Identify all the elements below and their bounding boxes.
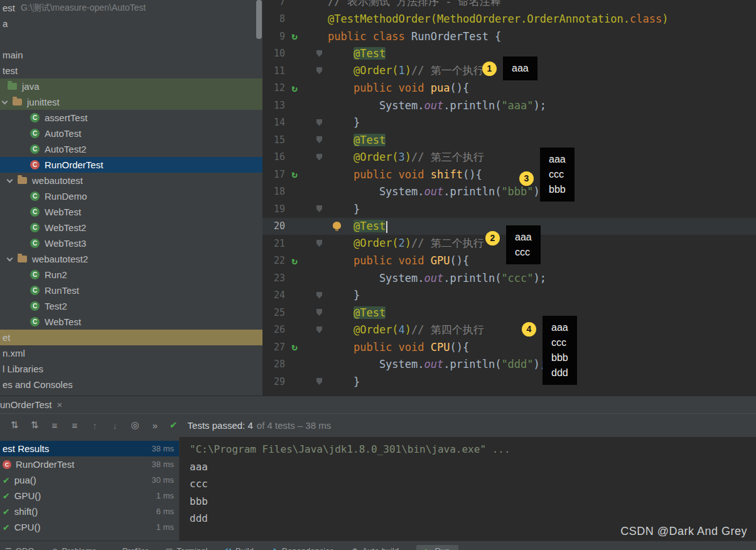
tree-item[interactable]: CassertTest [0, 110, 262, 126]
run-test-icon[interactable]: ↻ [285, 82, 304, 94]
sort-by-order-icon[interactable]: ⇅ [9, 419, 20, 431]
fold-marker-icon[interactable] [316, 205, 322, 212]
chevron-down-icon[interactable] [7, 255, 13, 261]
code-line-14[interactable]: 14 } [262, 114, 756, 132]
chevron-down-icon[interactable] [7, 176, 13, 183]
fold-marker-icon[interactable] [316, 136, 322, 143]
test-passed-icon: ✔ [3, 507, 10, 517]
test-result-row[interactable]: ✔CPU()1 ms [0, 519, 179, 535]
test-result-row[interactable]: ✔pua()30 ms [0, 472, 179, 488]
next-failed-icon[interactable]: ↓ [109, 420, 121, 431]
statusbar-item-run[interactable]: ▶Run [416, 545, 458, 550]
statusbar-item-todo[interactable]: ☰ODO [5, 545, 34, 550]
tree-item[interactable]: webautotest [0, 173, 262, 188]
tree-item[interactable]: CAutoTest [0, 126, 262, 141]
folder-green-icon [8, 83, 17, 90]
statusbar-item-profiler[interactable]: ◔Profiler [114, 545, 148, 550]
code-line-26[interactable]: 26 @Order(4)// 第四个执行 [262, 321, 756, 339]
fold-marker-icon[interactable] [316, 292, 322, 299]
code-line-29[interactable]: 29 } [262, 373, 756, 391]
code-line-8[interactable]: 8@TestMethodOrder(MethodOrderer.OrderAnn… [262, 11, 756, 28]
code-line-25[interactable]: 25 @Test [262, 304, 756, 321]
tree-item[interactable]: l Libraries [0, 361, 262, 377]
run-test-icon[interactable]: ↻ [285, 341, 304, 353]
sort-by-duration-icon[interactable]: ⇅ [29, 419, 40, 431]
fold-marker-icon[interactable] [316, 378, 322, 385]
test-history-icon[interactable]: ◎ [129, 419, 141, 431]
tree-item[interactable]: CWebTest3 [0, 235, 262, 251]
code-line-19[interactable]: 19 } [262, 200, 756, 218]
statusbar-item-build[interactable]: ⚒Build [225, 545, 254, 550]
statusbar-item-terminal[interactable]: ▣Terminal [166, 545, 207, 550]
tree-item[interactable]: CRunTest [0, 283, 262, 298]
fold-marker-icon[interactable] [316, 67, 322, 74]
code-line-20[interactable]: 20 @Test [262, 218, 756, 235]
run-test-icon[interactable]: ↻ [285, 255, 304, 267]
statusbar-item-problems[interactable]: ⊘Problems [51, 545, 96, 550]
code-line-18[interactable]: 18 System.out.println("bbb"); [262, 183, 756, 201]
fold-marker-icon[interactable] [316, 119, 322, 126]
code-line-10[interactable]: 10 @Test [262, 45, 756, 63]
tree-item[interactable]: a [0, 16, 262, 31]
code-line-23[interactable]: 23 System.out.println("ccc"); [262, 269, 756, 287]
fold-marker-icon[interactable] [316, 309, 322, 316]
run-test-icon[interactable]: ↻ [285, 168, 304, 180]
chevron-down-icon[interactable] [2, 98, 8, 104]
code-line-27[interactable]: 27↻ public void CPU(){ [262, 338, 756, 356]
tree-item[interactable]: n.xml [0, 345, 262, 361]
test-result-row[interactable]: est Results38 ms [0, 441, 179, 456]
test-passed-icon: ✔ [3, 475, 10, 485]
statusbar-item-auto-build[interactable]: ⚙Auto-build [352, 545, 399, 550]
code-line-15[interactable]: 15 @Test [262, 131, 756, 149]
tree-item[interactable]: java [0, 78, 262, 94]
code-line-24[interactable]: 24 } [262, 287, 756, 305]
fold-marker-icon[interactable] [316, 240, 322, 247]
fold-marker-icon[interactable] [316, 50, 322, 57]
expand-all-icon[interactable]: ≡ [49, 420, 60, 431]
test-result-row[interactable]: CRunOrderTest38 ms [0, 456, 179, 472]
tree-item[interactable]: test [0, 63, 262, 78]
code-line-13[interactable]: 13 System.out.println("aaa"); [262, 97, 756, 114]
statusbar-item-dependencies[interactable]: ❖Dependencies [271, 545, 334, 550]
code-line-9[interactable]: 9↻public class RunOrderTest { [262, 28, 756, 45]
tab-runordertest[interactable]: unOrderTest × [0, 396, 68, 413]
more-options-icon[interactable]: » [149, 420, 161, 431]
tree-item[interactable]: CWebTest [0, 314, 262, 330]
project-scrollbar[interactable] [256, 0, 262, 39]
tree-item[interactable]: junittest [0, 94, 262, 110]
code-line-28[interactable]: 28 System.out.println("ddd"); [262, 356, 756, 374]
test-result-row[interactable]: ✔GPU()1 ms [0, 488, 179, 504]
fold-marker-icon[interactable] [316, 326, 322, 333]
tree-item[interactable]: CTest2 [0, 298, 262, 314]
tree-item[interactable]: CWebTest [0, 204, 262, 220]
line-number: 29 [262, 376, 285, 387]
code-line-22[interactable]: 22↻ public void GPU(){ [262, 252, 756, 270]
test-result-row[interactable]: ✔shift()6 ms [0, 504, 179, 519]
tree-item-label: RunDemo [45, 191, 87, 202]
code-line-16[interactable]: 16 @Order(3)// 第三个执行 [262, 149, 756, 166]
code-line-12[interactable]: 12↻ public void pua(){ [262, 80, 756, 97]
previous-failed-icon[interactable]: ↑ [89, 420, 100, 431]
intention-bulb-icon[interactable] [333, 222, 341, 229]
close-icon[interactable]: × [57, 399, 63, 410]
tree-item[interactable]: webautotest2 [0, 251, 262, 267]
tests-passed-check-icon [170, 419, 178, 431]
fold-marker-icon[interactable] [316, 154, 322, 161]
tree-item[interactable]: et [0, 330, 262, 345]
project-root-row[interactable]: estG:\测试\measure-open\AutoTest [0, 0, 262, 16]
code-line-11[interactable]: 11 @Order(1)// 第一个执行 [262, 62, 756, 80]
code-line-7[interactable]: 7// 表示测试 方法排序 - 命名注释 [262, 0, 756, 11]
tree-item[interactable]: CRunDemo [0, 188, 262, 204]
collapse-all-icon[interactable]: ≡ [69, 420, 80, 431]
code-editor[interactable]: 7// 表示测试 方法排序 - 命名注释8@TestMethodOrder(Me… [262, 0, 756, 396]
run-test-icon[interactable]: ↻ [285, 30, 304, 42]
tree-item[interactable]: CRunOrderTest [0, 157, 262, 173]
tree-item[interactable]: main [0, 47, 262, 63]
tree-item[interactable]: CRun2 [0, 267, 262, 283]
code-line-21[interactable]: 21 @Order(2)// 第二个执行 [262, 235, 756, 252]
tree-item[interactable]: es and Consoles [0, 377, 262, 392]
code-line-17[interactable]: 17↻ public void shift(){ [262, 166, 756, 183]
tree-item[interactable]: CWebTest2 [0, 220, 262, 235]
code-text: } [328, 375, 360, 388]
tree-item[interactable]: CAutoTest2 [0, 141, 262, 157]
